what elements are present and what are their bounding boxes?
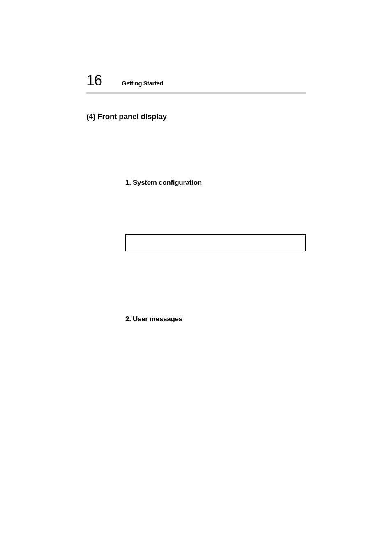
subsection-heading-2: 2. User messages	[125, 315, 306, 323]
subsection-container: 1. System configuration 2. User messages	[86, 179, 306, 323]
chapter-title: Getting Started	[122, 80, 163, 87]
subsection-heading-1: 1. System configuration	[125, 179, 306, 187]
section-heading: (4) Front panel display	[86, 112, 306, 121]
display-box	[125, 234, 306, 251]
page-header: 16 Getting Started	[86, 72, 306, 94]
page-content: 16 Getting Started (4) Front panel displ…	[0, 0, 392, 323]
page-number: 16	[86, 72, 102, 89]
